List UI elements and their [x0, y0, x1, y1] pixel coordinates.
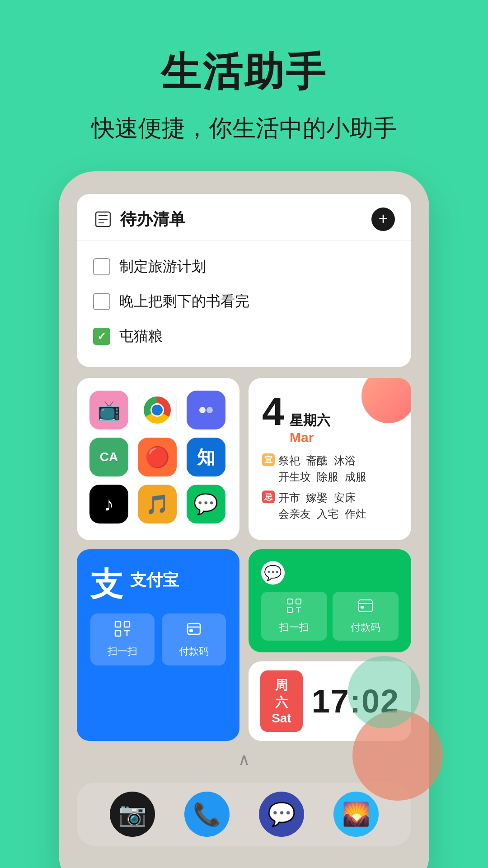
bad-badge: 忌	[262, 491, 275, 503]
clock-weekday-en: Sat	[269, 711, 294, 726]
alipay-header: 支 支付宝	[90, 563, 226, 606]
svg-rect-16	[287, 608, 292, 613]
wechat-app-icon: 💬	[193, 492, 218, 516]
todo-list-icon	[93, 209, 113, 229]
cal-weekday: 星期六	[290, 411, 330, 430]
clock-widget: 周六 Sat 17:02	[249, 661, 411, 741]
app-icon-blue[interactable]	[187, 391, 225, 429]
app-icon-tiktok[interactable]: ♪	[89, 485, 128, 524]
chevron-up-icon: ∧	[238, 750, 250, 769]
wechat-scan-label: 扫一扫	[279, 621, 309, 634]
svg-rect-11	[188, 623, 200, 634]
svg-rect-14	[287, 599, 292, 604]
wechat-header: 💬	[261, 561, 399, 585]
alipay-actions: 扫一扫 付款码	[90, 613, 226, 665]
cal-bad-row: 忌 开市 嫁娶 安床会亲友 入宅 作灶	[262, 490, 398, 522]
todo-text-3: 屯猫粮	[119, 326, 163, 346]
wechat-scan-button[interactable]: 扫一扫	[261, 592, 327, 641]
svg-rect-13	[189, 629, 193, 632]
wechat-icon: 💬	[264, 564, 282, 581]
todo-text-2: 晚上把剩下的书看完	[119, 292, 249, 311]
cal-date-row: 4 星期六 Mar	[262, 392, 398, 445]
message-icon: 💬	[267, 801, 296, 827]
ca-text: CA	[100, 450, 118, 464]
alipay-pay-button[interactable]: 付款码	[162, 613, 226, 665]
zhihu-text: 知	[197, 445, 215, 470]
phone-mockup: 待办清单 + 制定旅游计划 晚上把剩下的书看完 屯猫粮 📺	[59, 171, 429, 868]
widgets-row-1: 📺 CA 🔴	[77, 378, 411, 540]
alipay-scan-icon	[114, 621, 131, 641]
app-grid: 📺 CA 🔴	[89, 391, 227, 524]
checkbox-1[interactable]	[93, 258, 110, 275]
wechat-actions: 扫一扫 付款码	[261, 592, 399, 641]
music-icon: 🎵	[145, 493, 169, 515]
widgets-row-2: 支 支付宝 扫一扫	[77, 549, 411, 741]
cal-good-items: 祭祀 斋醮 沐浴开生坟 除服 成服	[278, 453, 366, 485]
svg-rect-8	[115, 631, 121, 636]
wechat-pay-icon	[358, 598, 373, 617]
alipay-pay-label: 付款码	[179, 645, 209, 658]
alipay-name: 支付宝	[130, 569, 179, 591]
svg-point-4	[199, 407, 206, 413]
gallery-icon: 🌄	[342, 801, 370, 827]
chrome-icon	[144, 396, 171, 424]
header: 生活助手 快速便捷，你生活中的小助手	[0, 0, 488, 171]
cal-bad-items: 开市 嫁娶 安床会亲友 入宅 作灶	[278, 490, 366, 522]
app-title: 生活助手	[0, 45, 488, 99]
chevron-up[interactable]: ∧	[77, 750, 411, 769]
clock-day-badge: 周六 Sat	[260, 670, 303, 732]
app-icon-tv[interactable]: 📺	[89, 391, 128, 429]
dock-message-button[interactable]: 💬	[259, 792, 304, 837]
todo-header: 待办清单 +	[93, 208, 395, 231]
todo-add-button[interactable]: +	[371, 208, 395, 231]
app-subtitle: 快速便捷，你生活中的小助手	[0, 113, 488, 144]
todo-widget: 待办清单 + 制定旅游计划 晚上把剩下的书看完 屯猫粮	[77, 194, 411, 367]
tv-icon: 📺	[97, 399, 121, 421]
app-icon-weibo[interactable]: 🔴	[138, 438, 177, 476]
tiktok-icon: ♪	[104, 493, 114, 515]
todo-title: 待办清单	[120, 208, 185, 231]
wechat-widget: 💬 扫一扫	[249, 549, 411, 652]
cal-info: 宜 祭祀 斋醮 沐浴开生坟 除服 成服 忌 开市 嫁娶 安床会亲友 入宅 作灶	[262, 453, 398, 522]
alipay-scan-button[interactable]: 扫一扫	[90, 613, 155, 665]
wechat-pay-label: 付款码	[351, 621, 380, 634]
dock-gallery-button[interactable]: 🌄	[333, 792, 379, 837]
cal-date-number: 4	[262, 392, 284, 431]
clock-time: 17:02	[312, 683, 399, 720]
app-icon-wechat[interactable]: 💬	[187, 485, 225, 524]
svg-rect-21	[361, 606, 364, 609]
dock-camera-button[interactable]: 📷	[110, 792, 155, 837]
app-icon-zhihu[interactable]: 知	[187, 438, 225, 476]
blue-app-icon	[195, 399, 217, 421]
svg-point-5	[206, 407, 213, 413]
camera-icon: 📷	[118, 801, 146, 827]
cal-daymonth: 星期六 Mar	[290, 411, 330, 445]
dock-phone-button[interactable]: 📞	[184, 792, 230, 837]
todo-divider	[77, 240, 411, 241]
app-icon-music[interactable]: 🎵	[138, 485, 177, 524]
weibo-icon: 🔴	[145, 445, 170, 469]
svg-rect-6	[115, 622, 121, 627]
cal-good-row: 宜 祭祀 斋醮 沐浴开生坟 除服 成服	[262, 453, 398, 485]
phone-icon: 📞	[193, 801, 221, 827]
plus-icon: +	[378, 211, 388, 227]
wechat-pay-button[interactable]: 付款码	[333, 592, 399, 641]
alipay-pay-icon	[186, 621, 202, 641]
alipay-logo: 支	[90, 563, 123, 606]
app-icon-ca[interactable]: CA	[89, 438, 128, 476]
cal-month: Mar	[290, 430, 330, 445]
alipay-scan-label: 扫一扫	[108, 645, 137, 658]
checkbox-3[interactable]	[93, 328, 110, 345]
svg-rect-15	[296, 599, 301, 604]
clock-weekday-cn: 周六	[269, 677, 294, 711]
wechat-logo: 💬	[261, 561, 285, 585]
app-grid-widget: 📺 CA 🔴	[77, 378, 239, 540]
todo-item-2[interactable]: 晚上把剩下的书看完	[93, 284, 395, 319]
calendar-widget: 4 星期六 Mar 宜 祭祀 斋醮 沐浴开生坟 除服 成服 忌 开市 嫁娶 安床…	[249, 378, 411, 540]
svg-rect-19	[359, 600, 372, 612]
todo-item-1[interactable]: 制定旅游计划	[93, 250, 395, 284]
todo-header-left: 待办清单	[93, 208, 185, 231]
app-icon-chrome[interactable]	[138, 391, 177, 429]
checkbox-2[interactable]	[93, 293, 110, 310]
todo-item-3[interactable]: 屯猫粮	[93, 319, 395, 354]
